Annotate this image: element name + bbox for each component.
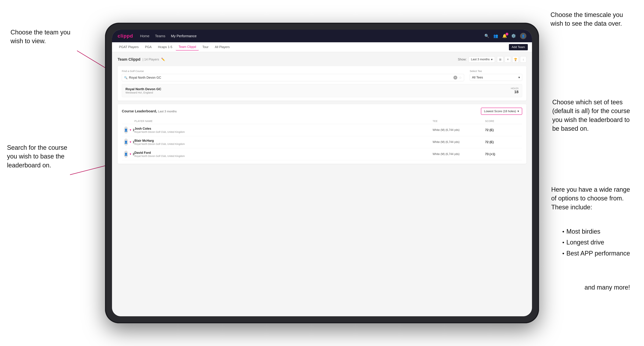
tee-group: Select Tee All Tees ▾ xyxy=(470,70,522,81)
annotation-choose-tees: Choose which set of tees (default is all… xyxy=(552,98,630,133)
favorite-icon[interactable]: ☆ xyxy=(459,75,462,80)
rank-number-3: 3 xyxy=(133,152,134,156)
course-info: Royal North Devon GC Westward Ho!, Engla… xyxy=(126,87,161,94)
player-tee-2: White (M) (6,744 yds) xyxy=(432,141,485,144)
sub-nav-hcaps[interactable]: Hcaps 1-5 xyxy=(155,44,175,50)
navbar-icons: 🔍 👥 🔔 1 ⚙️ 👤 xyxy=(484,33,526,39)
course-result: Royal North Devon GC Westward Ho!, Engla… xyxy=(122,84,522,97)
search-icon: 🔍 xyxy=(124,76,128,79)
player-club-3: Royal North Devon Golf Club, United King… xyxy=(134,155,432,158)
rank-number-1: 1 xyxy=(133,128,134,132)
score-type-dropdown[interactable]: Lowest Score (18 holes) ▾ xyxy=(481,108,522,115)
sub-nav-tour[interactable]: Tour xyxy=(200,44,211,50)
player-rank-1: 👤 ♥ 1 xyxy=(124,127,134,134)
player-avatar-2: 👤 xyxy=(124,139,128,146)
user-avatar[interactable]: 👤 xyxy=(520,33,526,39)
player-score-3: 73 (+1) xyxy=(485,152,520,156)
tablet-frame: clippd Home Teams My Performance 🔍 👥 🔔 1… xyxy=(105,23,539,323)
heart-icon[interactable]: ♥ xyxy=(130,141,131,144)
search-section: Find a Golf Course 🔍 ✕ ☆ Select Tee xyxy=(118,66,526,101)
navbar-nav: Home Teams My Performance xyxy=(140,34,484,38)
player-rank-2: 👤 ♥ 1 xyxy=(124,139,134,146)
annotation-search-course: Search for the course you wish to base t… xyxy=(7,143,67,170)
player-club-1: Royal North Devon Golf Club, United King… xyxy=(134,131,432,133)
annotation-and-more: and many more! xyxy=(584,283,630,292)
player-name-2: Blair McHarg xyxy=(134,139,432,143)
sub-navbar: PGAT Players PGA Hcaps 1-5 Team Clippd T… xyxy=(112,42,532,52)
holes-label: Holes xyxy=(511,87,518,90)
holes-value: 18 xyxy=(511,90,518,94)
annotation-options-intro: Here you have a wide range of options to… xyxy=(551,185,630,212)
player-name-1: Josh Coles xyxy=(134,127,432,131)
col-score: SCORE xyxy=(485,120,520,123)
nav-home[interactable]: Home xyxy=(140,34,149,38)
select-tee-label: Select Tee xyxy=(470,70,522,72)
view-icons: ⊞ ≡ 🏆 ↓ xyxy=(497,56,526,63)
player-info-3: David Ford Royal North Devon Golf Club, … xyxy=(134,151,432,158)
show-label: Show: xyxy=(458,58,466,61)
team-title: Team Clippd | 14 Players ✏️ xyxy=(118,57,165,62)
main-content: Team Clippd | 14 Players ✏️ Show: Last 3… xyxy=(112,52,532,316)
player-info-2: Blair McHarg Royal North Devon Golf Club… xyxy=(134,139,432,145)
nav-teams[interactable]: Teams xyxy=(155,34,166,38)
search-icon[interactable]: 🔍 xyxy=(484,34,489,38)
player-score-2: 72 (E) xyxy=(485,140,520,144)
player-score-1: 72 (E) xyxy=(485,128,520,132)
app-container: clippd Home Teams My Performance 🔍 👥 🔔 1… xyxy=(112,30,532,316)
edit-team-icon[interactable]: ✏️ xyxy=(161,57,165,61)
leaderboard-section: Course Leaderboard, Last 3 months Lowest… xyxy=(118,104,526,164)
rank-number-2: 1 xyxy=(133,140,134,144)
list-view-icon[interactable]: ≡ xyxy=(505,56,511,63)
sub-nav-pgat-players[interactable]: PGAT Players xyxy=(116,44,142,50)
leaderboard-table: PLAYER NAME TEE SCORE 👤 ♥ 1 xyxy=(122,118,522,160)
people-icon[interactable]: 👥 xyxy=(493,34,498,38)
heart-icon[interactable]: ♥ xyxy=(130,153,131,156)
clear-search-button[interactable]: ✕ xyxy=(454,76,457,79)
player-tee-3: White (M) (6,744 yds) xyxy=(432,153,485,156)
chevron-down-icon: ▾ xyxy=(518,75,520,79)
player-name-3: David Ford xyxy=(134,151,432,155)
player-club-2: Royal North Devon Golf Club, United King… xyxy=(134,143,432,145)
table-header: PLAYER NAME TEE SCORE xyxy=(122,118,522,124)
annotation-choose-team: Choose the team you wish to view. xyxy=(10,28,70,46)
col-player-name: PLAYER NAME xyxy=(134,120,432,123)
add-team-button[interactable]: Add Team xyxy=(509,44,528,50)
chevron-down-icon: ▾ xyxy=(518,109,519,113)
find-course-group: Find a Golf Course 🔍 ✕ ☆ xyxy=(122,70,464,81)
table-row: 👤 ♥ 1 Josh Coles Royal North Devon Golf … xyxy=(122,124,522,136)
table-row: 👤 ♥ 1 Blair McHarg Royal North Devon Gol… xyxy=(122,136,522,148)
team-header: Team Clippd | 14 Players ✏️ Show: Last 3… xyxy=(118,56,526,63)
find-course-label: Find a Golf Course xyxy=(122,70,464,72)
course-location: Westward Ho!, England xyxy=(126,91,161,94)
show-dropdown[interactable]: Last 3 months ▾ xyxy=(469,56,495,63)
app-logo: clippd xyxy=(118,33,133,39)
leaderboard-header: Course Leaderboard, Last 3 months Lowest… xyxy=(122,108,522,115)
download-icon[interactable]: ↓ xyxy=(520,56,526,63)
course-search-input[interactable] xyxy=(129,76,452,79)
player-avatar-3: 👤 xyxy=(124,151,128,158)
player-rank-3: 👤 ♥ 3 xyxy=(124,151,134,158)
notification-badge: 1 xyxy=(506,33,508,35)
sub-nav-all-players[interactable]: All Players xyxy=(212,44,232,50)
sub-nav-pga[interactable]: PGA xyxy=(142,44,154,50)
grid-view-icon[interactable]: ⊞ xyxy=(497,56,503,63)
table-row: 👤 ♥ 3 David Ford Royal North Devon Golf … xyxy=(122,148,522,160)
sub-nav-team-clippd[interactable]: Team Clippd xyxy=(176,44,199,50)
navbar: clippd Home Teams My Performance 🔍 👥 🔔 1… xyxy=(112,30,532,42)
search-section-header: Find a Golf Course 🔍 ✕ ☆ Select Tee xyxy=(122,70,522,81)
tablet-screen: clippd Home Teams My Performance 🔍 👥 🔔 1… xyxy=(112,30,532,316)
leaderboard-title: Course Leaderboard, Last 3 months xyxy=(122,109,177,113)
player-tee-1: White (M) (6,744 yds) xyxy=(432,128,485,132)
show-controls: Show: Last 3 months ▾ ⊞ ≡ 🏆 ↓ xyxy=(458,56,526,63)
notification-icon[interactable]: 🔔 1 xyxy=(502,34,507,38)
annotation-bullets: • Most birdies • Longest drive • Best AP… xyxy=(562,227,630,258)
settings-icon[interactable]: ⚙️ xyxy=(511,34,516,38)
player-info-1: Josh Coles Royal North Devon Golf Club, … xyxy=(134,127,432,133)
course-name: Royal North Devon GC xyxy=(126,87,161,91)
holes-info: Holes 18 xyxy=(511,87,518,94)
tee-dropdown[interactable]: All Tees ▾ xyxy=(470,74,522,81)
heart-icon[interactable]: ♥ xyxy=(130,128,131,132)
player-avatar-1: 👤 xyxy=(124,127,128,134)
trophy-icon[interactable]: 🏆 xyxy=(512,56,519,63)
nav-my-performance[interactable]: My Performance xyxy=(171,34,197,38)
